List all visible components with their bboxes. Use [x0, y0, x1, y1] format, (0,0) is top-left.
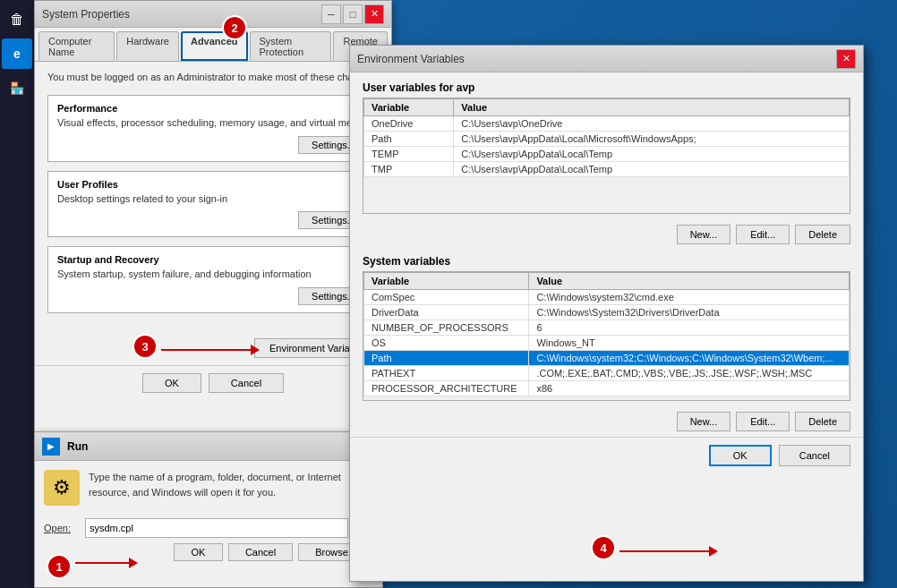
- tab-computer-name[interactable]: Computer Name: [38, 31, 115, 61]
- sys-var-name: DriverData: [364, 305, 529, 320]
- sys-var-name: Path: [364, 351, 529, 366]
- startup-recovery-section: Startup and Recovery System startup, sys…: [47, 246, 379, 312]
- close-button[interactable]: ✕: [364, 4, 384, 24]
- table-row[interactable]: Path C:\Windows\system32;C:\Windows;C:\W…: [364, 351, 850, 366]
- run-ok-button[interactable]: OK: [174, 543, 223, 561]
- system-properties-title: System Properties: [42, 8, 321, 21]
- startup-recovery-desc: System startup, system failure, and debu…: [57, 268, 369, 281]
- annotation-arrow-1: [75, 558, 138, 568]
- system-edit-button[interactable]: Edit...: [736, 412, 790, 431]
- system-delete-button[interactable]: Delete: [795, 412, 850, 431]
- sys-var-value: C:\Windows\system32;C:\Windows;C:\Window…: [529, 351, 850, 366]
- table-row[interactable]: DriverData C:\Windows\System32\Drivers\D…: [364, 305, 850, 320]
- run-title: Run: [67, 440, 88, 453]
- run-input-row: Open: ▼: [35, 515, 382, 543]
- user-profiles-section: User Profiles Desktop settings related t…: [47, 171, 379, 237]
- window-controls: ─ □ ✕: [321, 4, 384, 24]
- maximize-button[interactable]: □: [343, 4, 363, 24]
- user-var-value: C:\Users\avp\AppData\Local\Temp: [454, 162, 850, 177]
- system-new-button[interactable]: New...: [677, 412, 731, 431]
- user-var-value: C:\Users\avp\AppData\Local\Microsoft\Win…: [454, 132, 850, 147]
- annotation-circle-2: 2: [222, 15, 247, 40]
- sys-col-variable: Variable: [364, 273, 529, 290]
- startup-recovery-title: Startup and Recovery: [57, 254, 369, 265]
- user-var-name: Path: [364, 132, 454, 147]
- system-ncd-row: New... Edit... Delete: [363, 412, 850, 431]
- table-row[interactable]: OS Windows_NT: [364, 336, 850, 351]
- table-row[interactable]: NUMBER_OF_PROCESSORS 6: [364, 320, 850, 336]
- run-input-field[interactable]: [85, 518, 348, 538]
- user-variables-title: User variables for avp: [363, 81, 850, 94]
- user-ncd-row: New... Edit... Delete: [363, 225, 850, 244]
- admin-note: You must be logged on as an Administrato…: [47, 71, 379, 84]
- annotation-circle-4: 4: [591, 535, 616, 560]
- run-icon: ▶: [42, 438, 60, 456]
- performance-section: Performance Visual effects, processor sc…: [47, 95, 379, 161]
- system-variables-title: System variables: [363, 255, 850, 268]
- table-row[interactable]: TEMP C:\Users\avp\AppData\Local\Temp: [364, 147, 850, 162]
- sys-col-value: Value: [529, 273, 850, 290]
- sys-var-name: ComSpec: [364, 290, 529, 305]
- run-cancel-button[interactable]: Cancel: [228, 543, 293, 561]
- user-var-value: C:\Users\avp\OneDrive: [454, 116, 850, 132]
- sys-var-value: C:\Windows\System32\Drivers\DriverData: [529, 305, 850, 320]
- table-row[interactable]: TMP C:\Users\avp\AppData\Local\Temp: [364, 162, 850, 177]
- performance-title: Performance: [57, 103, 369, 114]
- table-row[interactable]: ComSpec C:\Windows\system32\cmd.exe: [364, 290, 850, 305]
- env-window-controls: ✕: [836, 49, 856, 69]
- system-properties-window: System Properties ─ □ ✕ Computer Name Ha…: [34, 0, 392, 439]
- tab-hardware[interactable]: Hardware: [116, 31, 179, 61]
- user-col-variable: Variable: [364, 99, 454, 116]
- system-props-cancel-button[interactable]: Cancel: [209, 373, 284, 393]
- system-properties-content: You must be logged on as an Administrato…: [35, 62, 391, 331]
- performance-desc: Visual effects, processor scheduling, me…: [57, 116, 369, 130]
- run-body: ⚙ Type the name of a program, folder, do…: [35, 461, 382, 515]
- user-var-value: C:\Users\avp\AppData\Local\Temp: [454, 147, 850, 162]
- user-variables-table-container: Variable Value OneDrive C:\Users\avp\One…: [363, 98, 850, 214]
- env-vars-title: Environment Variables: [357, 53, 836, 65]
- user-delete-button[interactable]: Delete: [795, 225, 850, 244]
- sidebar: 🗑 e 🏪: [0, 0, 34, 588]
- edge-icon[interactable]: e: [2, 38, 32, 69]
- run-titlebar: ▶ Run ✕: [35, 432, 382, 461]
- user-new-button[interactable]: New...: [677, 225, 731, 244]
- sys-var-name: NUMBER_OF_PROCESSORS: [364, 320, 529, 336]
- env-ok-cancel-row: OK Cancel: [350, 437, 863, 473]
- user-variables-section: User variables for avp Variable Value On…: [350, 72, 863, 219]
- sys-var-value: 6: [529, 320, 850, 336]
- user-var-name: TEMP: [364, 147, 454, 162]
- annotation-arrow-3: [161, 345, 260, 355]
- system-variables-table-container: Variable Value ComSpec C:\Windows\system…: [363, 271, 850, 401]
- annotation-circle-3: 3: [132, 334, 158, 359]
- user-edit-button[interactable]: Edit...: [736, 225, 790, 244]
- user-profiles-title: User Profiles: [57, 179, 369, 190]
- tab-bar: Computer Name Hardware Advanced System P…: [35, 28, 391, 62]
- system-properties-titlebar: System Properties ─ □ ✕: [35, 1, 391, 28]
- minimize-button[interactable]: ─: [321, 4, 341, 24]
- user-profiles-desc: Desktop settings related to your sign-in: [57, 192, 369, 206]
- table-row[interactable]: OneDrive C:\Users\avp\OneDrive: [364, 116, 850, 132]
- user-var-name: OneDrive: [364, 116, 454, 132]
- sys-var-name: PROCESSOR_ARCHITECTURE: [364, 381, 529, 396]
- run-large-icon: ⚙: [44, 470, 80, 506]
- table-row[interactable]: Path C:\Users\avp\AppData\Local\Microsof…: [364, 132, 850, 147]
- system-props-ok-button[interactable]: OK: [142, 373, 201, 393]
- tab-system-protection[interactable]: System Protection: [250, 31, 332, 61]
- env-cancel-button[interactable]: Cancel: [779, 445, 850, 466]
- sys-var-name: PATHEXT: [364, 366, 529, 381]
- ok-cancel-row: OK Cancel: [35, 365, 391, 400]
- microsoftstore-icon[interactable]: 🏪: [2, 72, 32, 103]
- user-var-name: TMP: [364, 162, 454, 177]
- annotation-arrow-4: [619, 546, 718, 557]
- annotation-circle-1: 1: [47, 554, 72, 579]
- env-close-button[interactable]: ✕: [836, 49, 856, 69]
- run-open-label: Open:: [44, 523, 78, 533]
- sys-var-value: x86: [529, 381, 850, 396]
- user-variables-table: Variable Value OneDrive C:\Users\avp\One…: [363, 98, 850, 177]
- table-row[interactable]: PROCESSOR_ARCHITECTURE x86: [364, 381, 850, 396]
- env-ok-button[interactable]: OK: [709, 445, 772, 466]
- sys-var-value: C:\Windows\system32\cmd.exe: [529, 290, 850, 305]
- recycle-bin-icon[interactable]: 🗑: [2, 4, 32, 35]
- system-variables-table: Variable Value ComSpec C:\Windows\system…: [363, 272, 850, 396]
- table-row[interactable]: PATHEXT .COM;.EXE;.BAT;.CMD;.VBS;.VBE;.J…: [364, 366, 850, 381]
